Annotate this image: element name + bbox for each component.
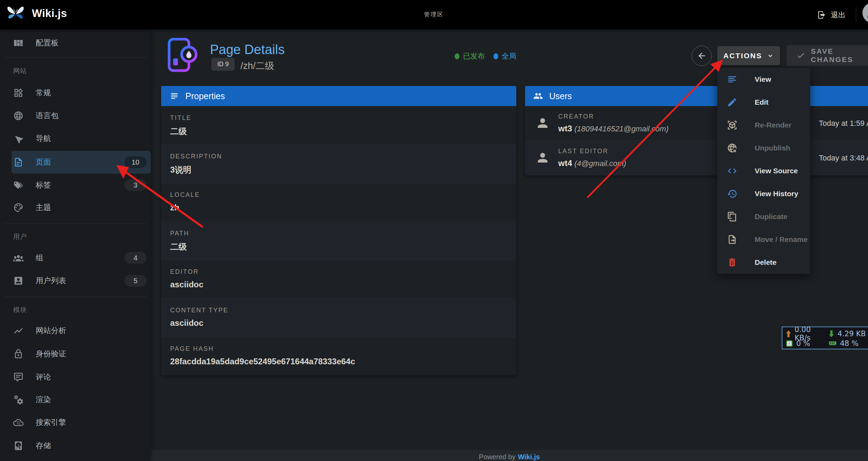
tags-icon	[13, 180, 24, 190]
sidebar-item-label: 组	[36, 253, 43, 263]
comment-icon	[13, 372, 24, 382]
ram-usage: 48 %	[840, 339, 858, 348]
menu-item-label: View	[755, 75, 771, 84]
menu-item-view-history[interactable]: View History	[717, 182, 810, 205]
property-row-page-hash: PAGE HASH 28facdda19a5dad9ce52495e671644…	[161, 337, 516, 375]
property-value: 28facdda19a5dad9ce52495e671644a78333e64c	[170, 357, 516, 366]
save-changes-button[interactable]: SAVE CHANGES	[787, 45, 868, 66]
menu-item-view-source[interactable]: View Source	[717, 159, 810, 182]
actions-dropdown-menu: View Edit Re-Render Unpublish View Sourc…	[717, 68, 810, 274]
user-email: (18094416521@gmail.com)	[575, 124, 669, 133]
chevron-down-icon	[766, 52, 774, 60]
users-panel-header: Users	[525, 86, 868, 106]
actions-button[interactable]: ACTIONS	[717, 46, 780, 65]
text-lines-icon	[169, 91, 179, 101]
cogs-icon	[13, 394, 24, 405]
property-value: asciidoc	[170, 318, 516, 328]
property-label: LOCALE	[170, 191, 516, 199]
sidebar-item-user-list[interactable]: 用户列表 5	[0, 269, 151, 292]
sidebar-item-label: 主题	[36, 202, 51, 213]
sidebar-item-pages[interactable]: 页面 10	[11, 151, 151, 174]
menu-item-label: Duplicate	[755, 212, 788, 221]
user-name-text: wt4	[558, 158, 572, 168]
view-lines-icon	[727, 74, 737, 85]
check-icon	[796, 51, 805, 60]
user-row-creator: CREATOR wt3 (18094416521@gmail.com) Toda…	[525, 106, 868, 141]
sidebar-item-groups[interactable]: 组 4	[0, 246, 151, 269]
property-label: EDITOR	[170, 268, 516, 276]
menu-item-duplicate[interactable]: Duplicate	[717, 205, 810, 228]
sidebar-item-label: 存储	[36, 441, 51, 451]
sidebar-section-site: 网站	[13, 66, 27, 76]
sidebar-item-general[interactable]: 常规	[0, 81, 151, 104]
logout-button[interactable]: 退出	[817, 0, 845, 29]
users-panel: Users CREATOR wt3 (18094416521@gmail.com…	[525, 86, 868, 175]
footer: Powered by Wiki.js	[151, 450, 868, 461]
sidebar-item-search[interactable]: 搜索引擎	[0, 411, 151, 434]
trash-icon	[727, 257, 737, 268]
sidebar-item-theme[interactable]: 主题	[0, 196, 151, 219]
user-row-last-editor: LAST EDITOR wt4 (4@gmail.com) Today at 3…	[525, 141, 868, 175]
menu-item-move-rename[interactable]: Move / Rename	[717, 228, 810, 251]
sidebar-item-storage[interactable]: 存储	[0, 434, 151, 457]
upload-arrow-icon	[786, 330, 791, 337]
page-document-icon	[13, 157, 24, 167]
menu-item-edit[interactable]: Edit	[717, 91, 810, 114]
sidebar-item-tags[interactable]: 标签 3	[0, 174, 151, 197]
sidebar-divider	[3, 57, 147, 58]
save-changes-label: SAVE CHANGES	[811, 47, 868, 64]
sidebar-item-rendering[interactable]: 渲染	[0, 388, 151, 411]
sidebar: 配置板 网站 常规 语言包 导航 页面 10 标签 3	[0, 29, 151, 461]
harddisk-icon	[13, 441, 24, 451]
property-row-content-type: CONTENT TYPE asciidoc	[161, 298, 516, 337]
sidebar-item-locales[interactable]: 语言包	[0, 104, 151, 127]
status-published: 已发布	[455, 51, 485, 61]
dashboard-icon	[13, 38, 24, 48]
menu-item-view[interactable]: View	[717, 68, 810, 91]
sidebar-item-dashboard[interactable]: 配置板	[0, 32, 151, 54]
property-row-title: TITLE 二级	[161, 106, 516, 145]
cloud-search-icon	[13, 417, 24, 428]
property-label: CONTENT TYPE	[170, 307, 516, 314]
menu-item-re-render[interactable]: Re-Render	[717, 114, 810, 137]
pages-count-badge: 10	[124, 156, 147, 168]
tags-count-badge: 3	[124, 179, 147, 191]
sidebar-item-auth[interactable]: 身份验证	[0, 342, 151, 365]
duplicate-icon	[727, 211, 737, 222]
system-monitor-overlay: 0.00 KB/s 4.29 KB 0 % 48 %	[782, 327, 868, 349]
sidebar-item-navigation[interactable]: 导航	[0, 127, 151, 150]
page-title: Page Details	[210, 42, 284, 57]
actions-button-label: ACTIONS	[724, 52, 762, 60]
back-button[interactable]	[692, 46, 712, 66]
property-value: asciidoc	[170, 280, 516, 289]
chart-line-icon	[13, 325, 24, 336]
property-value: 二级	[170, 241, 516, 252]
properties-panel-header: Properties	[161, 86, 516, 106]
menu-item-delete[interactable]: Delete	[717, 251, 810, 274]
page-id-chip: ID 9	[211, 58, 235, 71]
property-row-description: DESCRIPTION 3说明	[161, 145, 516, 183]
file-move-icon	[727, 234, 737, 245]
wikijs-footer-link[interactable]: Wiki.js	[518, 453, 540, 461]
properties-panel-title: Properties	[185, 91, 225, 101]
menu-item-label: Move / Rename	[755, 235, 808, 244]
property-value: 二级	[170, 126, 516, 137]
sidebar-item-label: 配置板	[36, 38, 59, 48]
top-bar: Wiki.js 管理区 退出	[0, 0, 868, 29]
ram-icon	[829, 341, 836, 346]
sidebar-item-label: 搜索引擎	[36, 417, 66, 428]
sidebar-section-modules: 模块	[13, 305, 27, 315]
palette-icon	[13, 202, 24, 213]
property-value: 3说明	[170, 164, 516, 175]
powered-by-text: Powered by	[479, 453, 516, 461]
sidebar-item-label: 网站分析	[36, 325, 66, 336]
sidebar-divider	[3, 224, 147, 224]
creator-date: Today at 1:59 AM	[819, 106, 868, 141]
globe-icon	[13, 111, 24, 121]
cpu-icon	[786, 340, 793, 347]
menu-item-unpublish[interactable]: Unpublish	[717, 137, 810, 159]
scope-dot-icon	[493, 53, 498, 59]
users-panel-title: Users	[549, 91, 572, 101]
sidebar-item-comments[interactable]: 评论	[0, 366, 151, 389]
sidebar-item-analytics[interactable]: 网站分析	[0, 319, 151, 342]
